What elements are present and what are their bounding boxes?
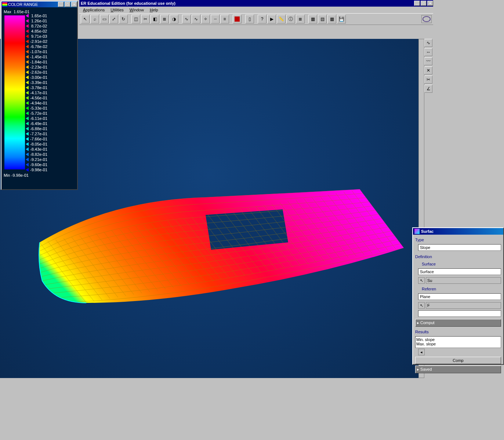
play-icon[interactable]: ▶ bbox=[267, 15, 276, 23]
reference-input[interactable] bbox=[418, 293, 501, 300]
xsection-icon[interactable]: ◧ bbox=[151, 15, 159, 23]
table2-icon[interactable]: ▤ bbox=[318, 15, 327, 23]
result-row-max: Max. slope bbox=[416, 342, 500, 346]
color-tick: -8.05e-01 bbox=[26, 142, 47, 147]
color-range-window[interactable]: COLOR RANGE _ □ × Max 1.65e-01 1.65e-01 … bbox=[1, 1, 78, 190]
select-surface-button[interactable]: ↖ bbox=[418, 277, 425, 284]
redraw-icon[interactable]: ↻ bbox=[119, 15, 128, 23]
color-tick: -3.78e-01 bbox=[26, 85, 47, 90]
color-tick: -5.72e-01 bbox=[26, 111, 47, 116]
graph-stars-icon[interactable]: ✧ bbox=[201, 15, 210, 23]
layer-icon[interactable]: ≣ bbox=[160, 15, 169, 23]
color-tick: -3.39e-01 bbox=[26, 80, 47, 85]
color-tick: -6.78e-02 bbox=[26, 44, 47, 49]
menu-help[interactable]: Help bbox=[147, 7, 161, 13]
minimize-button[interactable]: _ bbox=[414, 1, 420, 6]
cr-maximize-button[interactable]: □ bbox=[65, 2, 70, 7]
cut-plane-icon[interactable]: ◫ bbox=[131, 15, 140, 23]
clip-icon[interactable]: ✂ bbox=[141, 15, 150, 23]
svg-point-0 bbox=[423, 16, 430, 22]
color-range-title-text: COLOR RANGE bbox=[8, 2, 38, 7]
compute-button-1[interactable]: ▸ Comput bbox=[415, 319, 501, 327]
save-icon[interactable]: 💾 bbox=[337, 15, 346, 23]
color-tick: -4.94e-01 bbox=[26, 100, 47, 106]
fit-icon[interactable]: ⤢ bbox=[109, 15, 118, 23]
compute-button-2[interactable]: Comp bbox=[415, 357, 501, 364]
type-label: Type bbox=[414, 236, 502, 243]
color-tick: 1.65e-01 bbox=[26, 13, 47, 18]
maximize-button[interactable]: □ bbox=[421, 1, 427, 6]
app-bottom-panel bbox=[0, 378, 433, 440]
arrow-icon[interactable]: ↖ bbox=[81, 15, 90, 23]
color-tick: 4.85e-02 bbox=[26, 29, 47, 34]
zoom-box-icon[interactable]: ⌕ bbox=[90, 15, 99, 23]
surface-panel-titlebar[interactable]: Surfac bbox=[413, 228, 503, 235]
color-range-min: Min -9.98e-01 bbox=[4, 173, 75, 177]
color-tick: -7.66e-01 bbox=[26, 136, 47, 142]
help-icon[interactable]: ? bbox=[258, 15, 266, 23]
angle-icon[interactable]: ∠ bbox=[424, 85, 432, 93]
color-gradient-bar bbox=[4, 15, 25, 169]
color-tick: -6.11e-01 bbox=[26, 116, 47, 121]
type-input[interactable] bbox=[418, 244, 501, 251]
red-square-icon[interactable] bbox=[233, 15, 242, 23]
color-tick: -6.88e-01 bbox=[26, 126, 47, 131]
zoom-box2-icon[interactable]: ▭ bbox=[100, 15, 109, 23]
curve-icon[interactable]: 〰 bbox=[424, 57, 432, 65]
menu-bar: AApplicationspplications Utilities Windo… bbox=[79, 7, 433, 13]
results-prev-button[interactable]: ◂ bbox=[418, 349, 425, 355]
stack-icon[interactable]: ≣ bbox=[296, 15, 305, 23]
color-tick: 9.71e-03 bbox=[26, 34, 47, 39]
definition-label: Definition bbox=[414, 253, 502, 260]
graph-dash-icon[interactable]: ┄ bbox=[211, 15, 220, 23]
color-tick: -9.60e-01 bbox=[26, 162, 47, 167]
select-surface-value[interactable]: Su bbox=[426, 277, 501, 284]
cr-close-button[interactable]: × bbox=[71, 2, 77, 7]
spline-icon[interactable]: ∿ bbox=[424, 39, 432, 47]
color-tick: -7.27e-01 bbox=[26, 131, 47, 136]
graph-eq-icon[interactable]: ≡ bbox=[220, 15, 229, 23]
surface-panel-title: Surfac bbox=[421, 229, 434, 234]
toolbar: ↖ ⌕ ▭ ⤢ ↻ ◫ ✂ ◧ ≣ ◑ ∿ ∿ ✧ ┄ ≡ ▯ ? ▶ 📏 ⓘ … bbox=[79, 13, 433, 25]
app-titlebar: ER Educational Edition (for educational … bbox=[79, 0, 433, 7]
color-tick: -5.33e-01 bbox=[26, 106, 47, 111]
close-button[interactable]: × bbox=[427, 1, 433, 6]
surface-input[interactable] bbox=[418, 268, 501, 275]
menu-window[interactable]: Window bbox=[127, 7, 147, 13]
color-tick: -8.82e-01 bbox=[26, 152, 47, 157]
grid-icon[interactable]: ▦ bbox=[327, 15, 336, 23]
trim-icon[interactable]: ✂ bbox=[424, 76, 432, 84]
results-label: Results bbox=[414, 328, 502, 336]
info-icon[interactable]: ⓘ bbox=[286, 15, 295, 23]
color-tick: -9.98e-01 bbox=[26, 167, 47, 172]
color-tick: 8.72e-02 bbox=[26, 23, 47, 29]
select-reference-button[interactable]: ↖ bbox=[418, 302, 425, 309]
color-tick: -1.45e-01 bbox=[26, 54, 47, 59]
saved-button[interactable]: ▸ Saved bbox=[415, 366, 501, 373]
color-range-titlebar[interactable]: COLOR RANGE _ □ × bbox=[1, 1, 77, 7]
book-icon[interactable]: ▯ bbox=[245, 15, 254, 23]
color-range-ticks: 1.65e-01 1.26e-01 8.72e-02 4.85e-02 9.71… bbox=[26, 13, 47, 172]
blank-input[interactable] bbox=[418, 310, 501, 317]
graph2-icon[interactable]: ∿ bbox=[192, 15, 200, 23]
app-title-text: ER Educational Edition (for educational … bbox=[81, 1, 175, 6]
dim-icon[interactable]: ↔ bbox=[424, 48, 432, 56]
soccer-icon[interactable]: ◑ bbox=[170, 15, 178, 23]
color-tick: -4.56e-01 bbox=[26, 95, 47, 100]
table-icon[interactable]: ▦ bbox=[308, 15, 317, 23]
color-tick: -9.21e-01 bbox=[26, 157, 47, 162]
color-tick: -2.91e-02 bbox=[26, 39, 47, 44]
surface-sublabel: Surface bbox=[414, 260, 502, 268]
color-tick: -4.17e-01 bbox=[26, 90, 47, 95]
color-tick: -8.43e-01 bbox=[26, 147, 47, 152]
measure-icon[interactable]: 📏 bbox=[277, 15, 286, 23]
cr-minimize-button[interactable]: _ bbox=[58, 2, 64, 7]
brand-logo-icon bbox=[421, 15, 432, 23]
select-reference-value[interactable]: F bbox=[426, 302, 501, 309]
color-range-icon bbox=[2, 2, 7, 7]
graph1-icon[interactable]: ∿ bbox=[182, 15, 191, 23]
menu-utilities[interactable]: Utilities bbox=[108, 7, 126, 13]
menu-applications[interactable]: AApplicationspplications bbox=[80, 7, 108, 13]
snap-icon[interactable]: ✕ bbox=[424, 66, 432, 74]
surface-analysis-panel[interactable]: Surfac Type Definition Surface ↖ Su Refe… bbox=[412, 227, 504, 365]
